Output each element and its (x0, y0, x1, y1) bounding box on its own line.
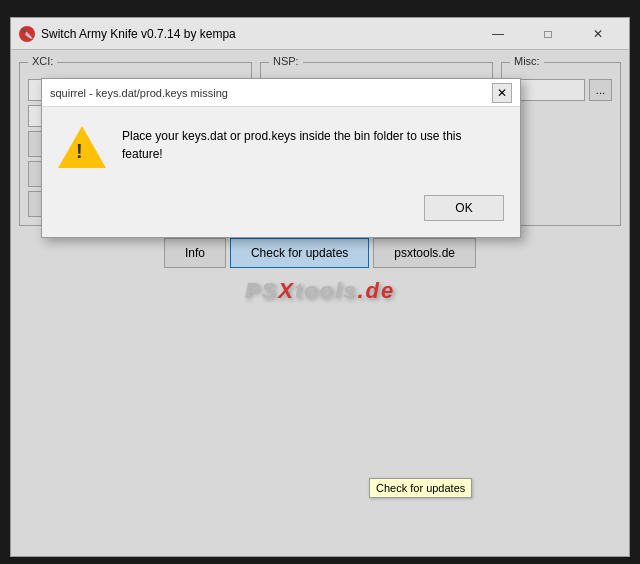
error-dialog: squirrel - keys.dat/prod.keys missing ✕ … (41, 78, 521, 238)
dialog-title: squirrel - keys.dat/prod.keys missing (50, 87, 228, 99)
dialog-footer: OK (42, 187, 520, 237)
warning-triangle (58, 126, 106, 168)
app-window: 🔪 Switch Army Knife v0.7.14 by kempa — □… (10, 17, 630, 557)
dialog-close-button[interactable]: ✕ (492, 83, 512, 103)
dialog-body: Place your keys.dat or prod.keys inside … (42, 107, 520, 187)
ok-button[interactable]: OK (424, 195, 504, 221)
dialog-message: Place your keys.dat or prod.keys inside … (122, 123, 504, 163)
dialog-overlay: squirrel - keys.dat/prod.keys missing ✕ … (11, 18, 629, 556)
dialog-title-bar: squirrel - keys.dat/prod.keys missing ✕ (42, 79, 520, 107)
warning-icon (58, 123, 106, 171)
